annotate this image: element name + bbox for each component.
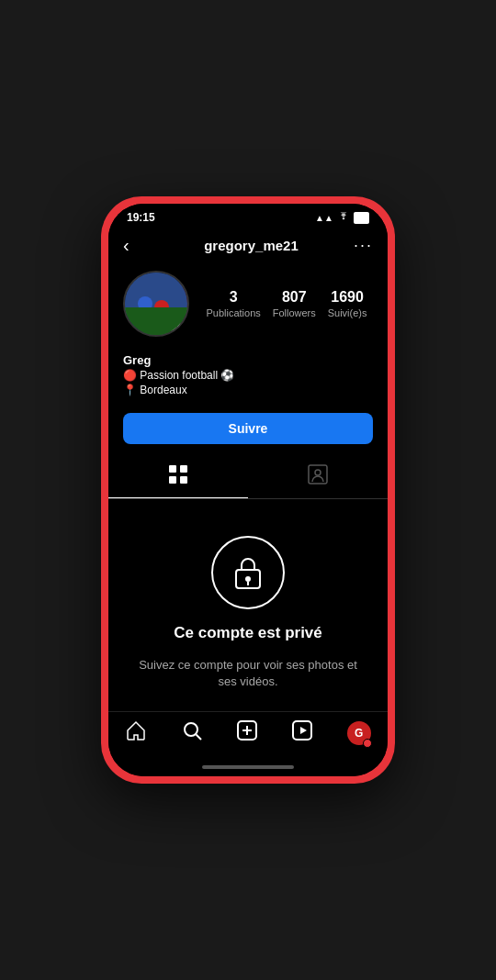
home-indicator [108, 762, 388, 776]
followers-label: Followers [273, 307, 316, 318]
reels-icon [291, 719, 313, 747]
back-button[interactable]: ‹ [123, 235, 149, 256]
notch [211, 204, 285, 224]
profile-username: gregory_me21 [204, 238, 299, 253]
bio-section: Greg 🔴 Passion football ⚽ 📍 Bordeaux [108, 348, 388, 409]
more-options-button[interactable]: ··· [354, 236, 373, 255]
tab-grid[interactable] [108, 455, 248, 498]
svg-rect-10 [180, 476, 187, 484]
svg-rect-8 [180, 465, 187, 473]
svg-rect-7 [169, 465, 176, 473]
svg-rect-4 [141, 307, 149, 318]
stat-following[interactable]: 1690 Suivi(e)s [328, 289, 367, 318]
svg-point-3 [138, 296, 152, 311]
following-label: Suivi(e)s [328, 307, 367, 318]
follow-btn-container: Suivre [108, 409, 388, 455]
phone-frame: 19:15 ▲▲ 51 ‹ gregory_me21 ··· [101, 196, 395, 784]
app-content: ‹ gregory_me21 ··· [108, 228, 388, 711]
private-section: Ce compte est privé Suivez ce compte pou… [108, 499, 388, 711]
svg-point-5 [154, 300, 169, 315]
publications-label: Publications [206, 307, 260, 318]
private-subtitle: Suivez ce compte pour voir ses photos et… [130, 657, 366, 690]
bottom-nav: G [108, 711, 388, 762]
bio-name: Greg [123, 353, 373, 367]
wifi-icon [337, 212, 350, 223]
svg-rect-1 [125, 311, 187, 335]
tabs-section [108, 455, 388, 499]
stats-container: 3 Publications 807 Followers 1690 Suivi(… [200, 289, 373, 318]
private-title: Ce compte est privé [174, 624, 322, 642]
avatar-image [125, 273, 187, 335]
following-count: 1690 [331, 289, 364, 306]
nav-reels[interactable] [291, 719, 313, 747]
nav-profile[interactable]: G [347, 721, 371, 745]
home-icon [125, 719, 147, 747]
follow-button[interactable]: Suivre [123, 413, 373, 444]
bio-passion: 🔴 Passion football ⚽ [123, 369, 234, 382]
bio-line-1: 🔴 Passion football ⚽ [123, 369, 373, 382]
profile-avatar: G [347, 721, 371, 745]
search-icon [181, 719, 203, 747]
lock-icon [229, 553, 267, 592]
bio-location: 📍 Bordeaux [123, 384, 187, 396]
app-header: ‹ gregory_me21 ··· [108, 228, 388, 263]
nav-search[interactable] [181, 719, 203, 747]
svg-rect-6 [158, 311, 165, 322]
tab-tagged[interactable] [248, 455, 388, 498]
stat-followers[interactable]: 807 Followers [273, 289, 316, 318]
svg-point-12 [315, 470, 321, 475]
signal-icon: ▲▲ [315, 213, 333, 223]
tagged-icon [308, 464, 328, 489]
home-bar [202, 765, 294, 769]
svg-rect-9 [169, 476, 176, 484]
add-icon [236, 719, 258, 747]
bio-line-2: 📍 Bordeaux [123, 384, 373, 396]
avatar [123, 271, 189, 337]
status-time: 19:15 [127, 211, 155, 224]
profile-section: 3 Publications 807 Followers 1690 Suivi(… [108, 263, 388, 348]
battery-icon: 51 [354, 212, 369, 224]
svg-rect-2 [125, 307, 187, 315]
phone-screen: 19:15 ▲▲ 51 ‹ gregory_me21 ··· [108, 204, 388, 776]
followers-count: 807 [282, 289, 307, 306]
grid-icon [168, 464, 188, 489]
svg-point-14 [245, 576, 251, 582]
status-icons: ▲▲ 51 [315, 212, 369, 224]
nav-add[interactable] [236, 719, 258, 747]
svg-rect-11 [309, 465, 327, 484]
profile-top: 3 Publications 807 Followers 1690 Suivi(… [123, 271, 373, 337]
svg-marker-22 [300, 727, 307, 734]
publications-count: 3 [230, 289, 238, 306]
lock-circle [211, 536, 285, 609]
svg-line-17 [196, 735, 201, 741]
nav-home[interactable] [125, 719, 147, 747]
svg-point-16 [185, 723, 197, 736]
stat-publications: 3 Publications [206, 289, 260, 318]
